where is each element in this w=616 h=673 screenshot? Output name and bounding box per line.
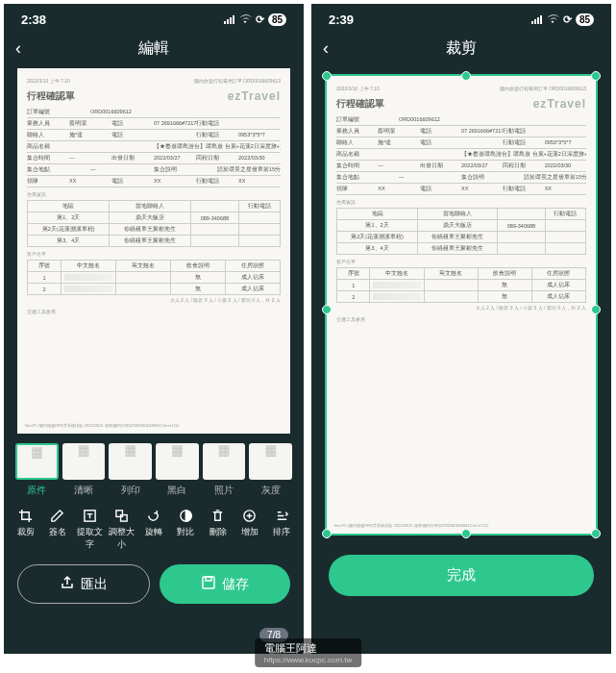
filter-thumb: ░░░░░░░░░░░░░░░ [15, 443, 59, 480]
tool-label: 裁剪 [10, 526, 41, 538]
filter-列印[interactable]: ░░░░░░░░░░░░░░░列印 [109, 443, 152, 497]
document-area: 2022/3/10 上午 7:10國內旅遊行程專用訂單 ORD001660961… [4, 68, 304, 434]
tool-label: 旋轉 [137, 526, 169, 538]
status-time: 2:39 [329, 12, 354, 27]
crop-handle[interactable] [591, 529, 601, 538]
crop-handle[interactable] [591, 305, 601, 314]
sync-icon: ⟳ [563, 13, 572, 26]
filter-label: 列印 [109, 484, 152, 497]
status-time: 2:38 [21, 12, 46, 27]
resize-icon [106, 507, 137, 524]
status-bar: 2:38 ⟳ 85 [4, 4, 304, 31]
scanned-document-crop[interactable]: 2022/3/10 上午 7:10國內旅遊行程專用訂單 ORD001660961… [325, 74, 598, 536]
svg-rect-2 [121, 514, 128, 521]
sync-icon: ⟳ [256, 13, 264, 26]
status-bar: 2:39 ⟳ 85 [311, 4, 611, 31]
filter-label: 照片 [203, 484, 246, 497]
crop-area: 2022/3/10 上午 7:10國內旅遊行程專用訂單 ORD001660961… [311, 68, 611, 536]
battery-indicator: 85 [576, 13, 594, 26]
tool-sort[interactable]: 排序 [266, 507, 298, 551]
scanned-document[interactable]: 2022/3/10 上午 7:10國內旅遊行程專用訂單 ORD001660961… [17, 68, 290, 434]
back-button[interactable]: ‹ [323, 38, 329, 59]
contrast-icon [170, 507, 202, 524]
tool-resize[interactable]: 調整大小 [106, 507, 137, 551]
filter-thumb: ░░░░░░░░░░░░░░░ [203, 443, 246, 480]
filter-thumb: ░░░░░░░░░░░░░░░ [109, 443, 152, 480]
watermark: 電腦王阿達 https://www.kocpc.com.tw [255, 638, 362, 667]
tool-label: 提取文字 [74, 526, 106, 551]
tool-label: 調整大小 [106, 526, 137, 551]
filter-黑白[interactable]: ░░░░░░░░░░░░░░░黑白 [156, 443, 199, 497]
crop-handle[interactable] [461, 529, 471, 538]
svg-rect-1 [116, 510, 123, 516]
tool-delete[interactable]: 刪除 [202, 507, 234, 551]
delete-icon [202, 507, 234, 524]
filter-thumb: ░░░░░░░░░░░░░░░ [249, 443, 292, 480]
battery-indicator: 85 [268, 13, 286, 26]
filter-label: 灰度 [249, 484, 292, 497]
filter-清晰[interactable]: ░░░░░░░░░░░░░░░清晰 [62, 443, 106, 497]
tool-label: 增加 [234, 526, 265, 538]
rotate-icon [137, 507, 169, 524]
crop-handle[interactable] [322, 71, 332, 81]
status-right: ⟳ 85 [224, 12, 286, 27]
phone-right: 2:39 ⟳ 85 ‹ 裁剪 2022/3/10 上午 7:10國內旅遊行程專用… [311, 4, 611, 654]
tool-label: 簽名 [41, 526, 73, 538]
screen-title: 裁剪 [446, 39, 477, 56]
titlebar: ‹ 裁剪 [311, 31, 611, 68]
screen-title: 編輯 [138, 39, 169, 56]
phone-left: 2:38 ⟳ 85 ‹ 編輯 2022/3/10 上午 7:10國內旅遊行程專用… [4, 4, 304, 654]
tool-rotate[interactable]: 旋轉 [137, 507, 169, 551]
sort-icon [266, 507, 298, 524]
status-right: ⟳ 85 [531, 12, 594, 27]
export-button[interactable]: 匯出 [17, 564, 150, 604]
filter-label: 原件 [15, 484, 59, 497]
wifi-icon [546, 12, 559, 27]
filter-照片[interactable]: ░░░░░░░░░░░░░░░照片 [203, 443, 246, 497]
filter-thumb: ░░░░░░░░░░░░░░░ [156, 443, 199, 480]
crop-handle[interactable] [591, 71, 601, 81]
tool-label: 對比 [170, 526, 202, 538]
filter-thumb: ░░░░░░░░░░░░░░░ [62, 443, 106, 480]
save-icon [201, 575, 216, 593]
filter-原件[interactable]: ░░░░░░░░░░░░░░░原件 [15, 443, 59, 497]
tool-pen[interactable]: 簽名 [41, 507, 73, 551]
export-icon [60, 575, 75, 593]
tool-crop[interactable]: 裁剪 [10, 507, 41, 551]
tool-label: 刪除 [202, 526, 234, 538]
signal-icon [224, 15, 234, 24]
svg-rect-5 [203, 577, 214, 588]
pen-icon [41, 507, 73, 524]
text-icon [74, 507, 106, 524]
tool-text[interactable]: 提取文字 [74, 507, 106, 551]
done-button[interactable]: 完成 [329, 555, 594, 596]
save-button[interactable]: 儲存 [160, 564, 290, 604]
filter-label: 黑白 [156, 484, 199, 497]
back-button[interactable]: ‹ [15, 38, 21, 59]
filter-label: 清晰 [62, 484, 106, 497]
bottom-bar: 匯出 儲存 [4, 555, 304, 621]
filter-灰度[interactable]: ░░░░░░░░░░░░░░░灰度 [249, 443, 292, 497]
filter-row: ░░░░░░░░░░░░░░░原件░░░░░░░░░░░░░░░清晰░░░░░░… [4, 434, 304, 501]
crop-icon [10, 507, 41, 524]
crop-handle[interactable] [322, 529, 332, 538]
wifi-icon [238, 12, 252, 27]
tool-label: 排序 [266, 526, 298, 538]
tool-row: 裁剪簽名提取文字調整大小旋轉對比刪除增加排序 [4, 501, 304, 555]
signal-icon [531, 15, 542, 24]
crop-handle[interactable] [322, 305, 332, 314]
titlebar: ‹ 編輯 [4, 31, 304, 68]
svg-rect-6 [206, 577, 211, 581]
tool-contrast[interactable]: 對比 [170, 507, 202, 551]
add-icon [234, 507, 265, 524]
tool-add[interactable]: 增加 [234, 507, 265, 551]
crop-handle[interactable] [461, 71, 471, 81]
